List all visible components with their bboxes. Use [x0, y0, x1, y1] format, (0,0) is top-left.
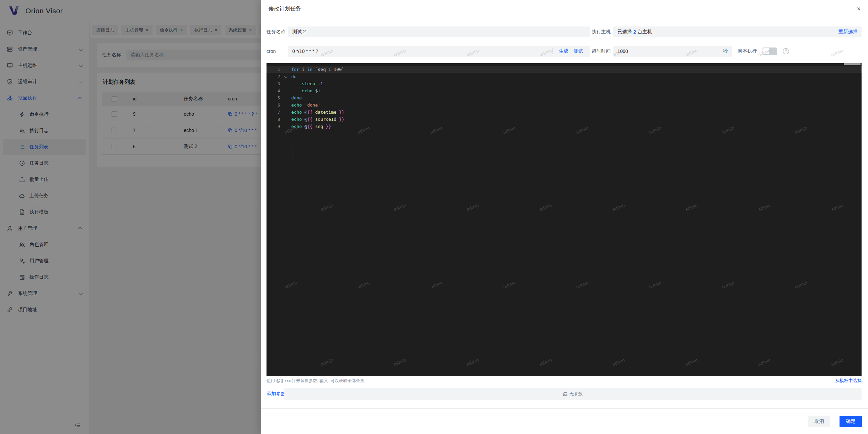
- exec-host-box: 已选择 2 台主机 重新选择: [613, 26, 862, 37]
- cron-test-button[interactable]: 测试: [571, 48, 586, 54]
- cron-row: cron 0 */10 * * * ? 生成 测试: [267, 46, 590, 57]
- script-exec-label: 脚本执行: [738, 48, 757, 54]
- line-number: 2: [267, 73, 280, 80]
- cron-label: cron: [267, 49, 288, 54]
- timeout-label: 超时时间: [592, 48, 613, 54]
- script-editor[interactable]: 1for i in `seq 1 100`2do3 sleep .14 echo…: [267, 63, 862, 376]
- code-line: 1for i in `seq 1 100`: [267, 66, 862, 73]
- timeout-row: 超时时间 1000 秒 脚本执行 ?: [592, 46, 862, 57]
- host-selected-suffix: 台主机: [638, 29, 652, 35]
- cancel-button[interactable]: 取消: [808, 416, 830, 427]
- select-from-template-link[interactable]: 从模板中选择: [835, 378, 862, 384]
- line-number: 6: [267, 101, 280, 109]
- reselect-host-link[interactable]: 重新选择: [839, 29, 857, 35]
- divider: [552, 48, 553, 54]
- cron-value: 0 */10 * * * ?: [292, 49, 318, 54]
- exec-host-row: 执行主机 已选择 2 台主机 重新选择: [592, 26, 862, 37]
- modal-header: 修改计划任务 ×: [261, 0, 868, 18]
- code-line: 6echo 'done': [267, 101, 862, 109]
- line-number: 9: [267, 123, 280, 130]
- param-hint-text: 使用 @{{ xxx }} 来替换参数, 输入_可以获取全部变量: [267, 378, 364, 384]
- line-number: 7: [267, 109, 280, 116]
- code-line: 7echo @{{ datetime }}: [267, 109, 862, 116]
- code-line: 9echo @{{ seq }}: [267, 123, 862, 130]
- modal-footer: 取消 确定: [261, 408, 868, 434]
- screen: Orion Visor 工作台资产管理主机运维运维审计批量执行命令执行执行日志任…: [0, 0, 868, 434]
- line-number: 8: [267, 116, 280, 123]
- code-line: 5done: [267, 94, 862, 101]
- modal-title: 修改计划任务: [269, 5, 301, 13]
- script-exec-toggle[interactable]: [763, 48, 777, 55]
- help-icon[interactable]: ?: [783, 48, 789, 54]
- no-param-text: 无参数: [570, 391, 583, 397]
- no-param-bar: 无参数: [284, 388, 862, 400]
- indent-guide: [293, 148, 293, 162]
- timeout-value: 1000: [617, 49, 628, 54]
- code-line: 2do: [267, 73, 862, 80]
- cron-input[interactable]: 0 */10 * * * ? 生成 测试: [288, 46, 590, 57]
- line-number: 4: [267, 87, 280, 94]
- line-number: 1: [267, 66, 280, 73]
- host-selected-prefix: 已选择: [617, 29, 632, 35]
- empty-box-icon: [563, 392, 568, 396]
- editor-scrollbar-thumb[interactable]: [844, 63, 861, 65]
- timeout-input[interactable]: 1000 秒: [613, 46, 732, 57]
- task-name-label: 任务名称: [267, 29, 288, 35]
- add-param-link[interactable]: 添加参数: [267, 391, 285, 397]
- host-selected-count: 2: [633, 29, 636, 35]
- confirm-button[interactable]: 确定: [840, 416, 862, 427]
- task-name-input[interactable]: 测试 2: [288, 26, 590, 37]
- exec-host-label: 执行主机: [592, 29, 613, 35]
- line-number: 3: [267, 80, 280, 87]
- edit-task-modal: 修改计划任务 × 任务名称 测试 2 执行主机 已选择 2 台主机 重新选择 c…: [261, 0, 868, 434]
- cron-generate-button[interactable]: 生成: [556, 48, 571, 54]
- timeout-unit: 秒: [723, 48, 728, 54]
- task-name-row: 任务名称 测试 2: [267, 26, 590, 37]
- task-name-value: 测试 2: [292, 29, 306, 35]
- code-line: 8echo @{{ sourceId }}: [267, 116, 862, 123]
- fold-chevron-icon[interactable]: [284, 75, 288, 78]
- code-line: 4 echo $i: [267, 87, 862, 94]
- line-number: 5: [267, 94, 280, 101]
- modal-close-icon[interactable]: ×: [857, 6, 861, 12]
- code-line: 3 sleep .1: [267, 80, 862, 87]
- toggle-knob: [763, 48, 769, 54]
